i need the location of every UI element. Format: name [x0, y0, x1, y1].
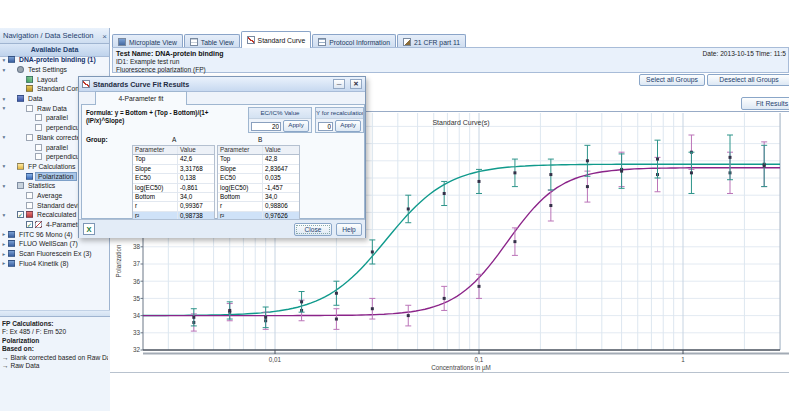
fit-icon — [35, 221, 42, 228]
tree-indent — [8, 117, 35, 118]
tree-indent — [8, 224, 26, 225]
tree-item-label: Scan Fluorescein Ex (3) — [17, 250, 94, 257]
param-name: Top — [133, 155, 178, 163]
param-row-logec50[interactable]: log(EC50)-0,861 — [133, 184, 214, 193]
collapse-arrow-icon[interactable]: ▾ — [0, 96, 8, 102]
close-button[interactable]: Close — [294, 223, 332, 236]
sheet-icon — [26, 134, 33, 141]
collapse-arrow-icon[interactable]: ▾ — [0, 134, 8, 140]
collapse-arrow-icon[interactable]: ▾ — [0, 212, 8, 218]
param-name: EC50 — [133, 174, 178, 182]
y-tick-label: 37 — [133, 260, 141, 267]
close-icon[interactable]: ✕ — [350, 79, 362, 89]
microplate-icon — [118, 38, 126, 46]
sheet-icon — [26, 192, 33, 199]
tree-item-label: Average — [35, 192, 64, 199]
data-point-b — [300, 300, 303, 303]
plate-icon — [8, 250, 15, 257]
collapse-arrow-icon[interactable]: ▾ — [0, 183, 8, 189]
excel-export-button[interactable]: X — [83, 223, 95, 235]
tree-item-fluo-wellscan[interactable]: ▸FLUO WellScan (7) — [0, 239, 110, 249]
tree-item-fluo4-kinetik[interactable]: ▸Fluo4 Kinetik (8) — [0, 258, 110, 268]
y-recalculation-label: Y for recalculation — [316, 108, 363, 119]
collapse-arrow-icon[interactable]: ▾ — [0, 67, 8, 73]
collapse-arrow-icon[interactable]: ▾ — [0, 105, 8, 111]
collapse-arrow-icon[interactable]: ▾ — [0, 57, 8, 63]
app-window: { "sidebar": { "header": "Navigation / D… — [0, 0, 789, 411]
sheet-icon — [26, 202, 33, 209]
plate-icon — [8, 56, 15, 63]
tree-item-label: FITC 96 Mono (4) — [17, 231, 75, 238]
calc-icon — [17, 163, 24, 170]
y-axis-label: Polarization — [115, 244, 122, 277]
expand-arrow-icon[interactable]: ▸ — [0, 251, 8, 257]
group-label: Group: — [86, 136, 108, 143]
param-row-logec50[interactable]: log(EC50)-1,457 — [218, 184, 299, 193]
tree-item-scan-fluorescein-ex[interactable]: ▸Scan Fluorescein Ex (3) — [0, 249, 110, 259]
expand-arrow-icon[interactable]: ▸ — [0, 231, 8, 237]
tree-item-dna-protein-binding[interactable]: ▾DNA-protein binding (1) — [0, 55, 110, 65]
tree-indent — [8, 108, 26, 109]
param-row-slope[interactable]: Slope2,83647 — [218, 165, 299, 174]
data-point-b — [549, 173, 552, 176]
tree-item-label: Test Settings — [26, 66, 69, 73]
help-button[interactable]: Help — [336, 223, 362, 236]
data-point-a — [478, 285, 481, 288]
test-datetime: Date: 2013-10-15 Time: 11:5 — [703, 50, 786, 57]
dialog-titlebar[interactable]: Standards Curve Fit Results ─ ✕ — [79, 77, 365, 92]
param-value: 0,035 — [263, 174, 299, 182]
fp-info-line: → Raw Data — [2, 362, 108, 370]
param-row-r[interactable]: r0,99367 — [133, 202, 214, 211]
param-row-ec50[interactable]: EC500,138 — [133, 174, 214, 183]
fp-calculations-info-panel: FP Calculations:F: Ex 485 / F: Em 520Pol… — [0, 316, 110, 411]
parameter-table-group-b: ParameterValueTop42,8Slope2,83647EC500,0… — [217, 145, 300, 231]
close-icon[interactable]: × — [102, 29, 107, 44]
tab-label: Table View — [201, 39, 234, 46]
data-point-b — [407, 207, 410, 210]
param-table-header: ParameterValue — [133, 146, 214, 155]
param-name: log(EC50) — [133, 184, 178, 192]
deselect-all-groups-button[interactable]: Deselect all Groups — [707, 74, 789, 86]
param-row-r[interactable]: r0,98806 — [218, 202, 299, 211]
tab-label: Microplate View — [129, 39, 177, 46]
y-apply-button[interactable]: Apply — [335, 120, 361, 132]
tree-item-label: parallel — [44, 114, 70, 121]
tree-item-test-settings[interactable]: ▾Test Settings — [0, 65, 110, 75]
param-value: 0,138 — [178, 174, 214, 182]
curve-fit-icon — [82, 80, 90, 88]
dialog-body: Formula: y = Bottom + (Top - Bottom)/(1+… — [81, 104, 365, 219]
param-row-bottom[interactable]: Bottom34,0 — [218, 193, 299, 202]
curve-icon — [247, 36, 255, 44]
checked-checkbox[interactable]: ✓ — [17, 211, 24, 218]
param-row-bottom[interactable]: Bottom34,0 — [133, 193, 214, 202]
param-row-top[interactable]: Top42,6 — [133, 155, 214, 164]
tree-indent — [8, 214, 17, 215]
fp-info-line: FP Calculations: — [2, 320, 108, 328]
standards-curve-fit-results-dialog: Standards Curve Fit Results ─ ✕ 4-Parame… — [78, 76, 366, 238]
collapse-arrow-icon[interactable]: ▾ — [0, 163, 8, 169]
stats-icon — [17, 182, 24, 189]
minimize-icon[interactable]: ─ — [333, 79, 345, 89]
ec-apply-button[interactable]: Apply — [283, 120, 309, 132]
data-point-b — [264, 316, 267, 319]
data-point-a — [407, 314, 410, 317]
param-row-slope[interactable]: Slope3,31768 — [133, 165, 214, 174]
param-row-top[interactable]: Top42,8 — [218, 155, 299, 164]
layout-icon — [26, 76, 33, 83]
tab-4-parameter-fit[interactable]: 4-Parameter fit — [95, 91, 187, 105]
checked-checkbox[interactable]: ✓ — [26, 221, 33, 228]
ec-ic-value-label: EC/IC% Value — [249, 108, 311, 119]
expand-arrow-icon[interactable]: ▸ — [0, 241, 8, 247]
tab-standard-curve[interactable]: Standard Curve — [241, 31, 312, 48]
gear-icon — [17, 66, 24, 73]
select-all-groups-button[interactable]: Select all Groups — [639, 74, 705, 86]
ec-ic-value-input[interactable] — [251, 122, 281, 131]
tab-label: Standard Curve — [258, 37, 306, 44]
y-recalculation-input[interactable] — [318, 122, 333, 131]
param-value: -0,861 — [178, 184, 214, 192]
x-tick-label: 0,01 — [269, 356, 282, 363]
fit-results-button[interactable]: Fit Results — [741, 97, 789, 110]
data-point-b — [192, 316, 195, 319]
expand-arrow-icon[interactable]: ▸ — [0, 260, 8, 266]
param-row-ec50[interactable]: EC500,035 — [218, 174, 299, 183]
